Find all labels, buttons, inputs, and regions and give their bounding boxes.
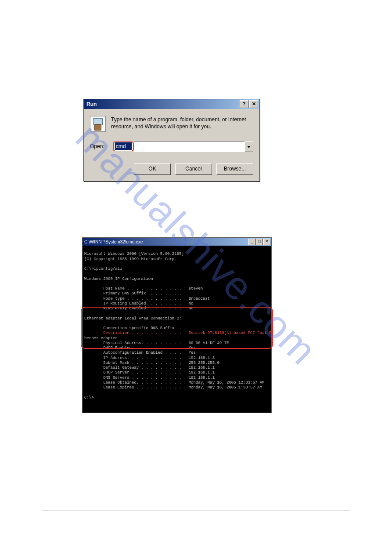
cmd-line: hernet Adapter	[84, 336, 118, 341]
cmd-line: Subnet Mask . . . . . . . . . . . : 255.…	[84, 361, 219, 365]
cmd-title: C:\WINNT\System32\cmd.exe	[84, 239, 143, 244]
open-label: Open:	[90, 143, 108, 149]
footer-divider	[42, 511, 350, 511]
open-input-highlight	[113, 141, 134, 151]
run-title: Run	[86, 101, 97, 107]
open-input[interactable]	[115, 142, 132, 151]
maximize-icon[interactable]: □	[256, 239, 263, 245]
cmd-line: DNS Servers . . . . . . . . . . . : 192.…	[84, 376, 215, 380]
browse-button[interactable]: Browse...	[216, 163, 253, 175]
cmd-line: Default Gateway . . . . . . . . . : 192.…	[84, 366, 215, 370]
cmd-line: C:\>	[84, 395, 94, 400]
cmd-line: Description . . . . . . . . . . . : Real…	[84, 331, 274, 335]
ok-button[interactable]: OK	[134, 163, 171, 175]
open-combo-field[interactable]	[134, 141, 245, 152]
cmd-titlebar: C:\WINNT\System32\cmd.exe _ □ ✕	[83, 238, 271, 246]
cmd-line: Connection-specific DNS Suffix . :	[84, 326, 186, 330]
cmd-line: Node type . . . . . . . . . . . . : Broa…	[84, 297, 210, 301]
cmd-line: DHCP Server . . . . . . . . . . . : 192.…	[84, 370, 215, 375]
run-dialog: Run ? ✕ Type the name of a program, fold…	[83, 99, 260, 181]
cmd-line: WINS Proxy Enabled. . . . . . . . : No	[84, 306, 193, 311]
run-app-icon	[90, 116, 106, 132]
cmd-window: C:\WINNT\System32\cmd.exe _ □ ✕ Microsof…	[82, 237, 272, 413]
cmd-line: Lease Obtained. . . . . . . . . . : Mond…	[84, 381, 264, 385]
cmd-line: Host Name . . . . . . . . . . . . : stev…	[84, 287, 203, 291]
chevron-down-icon[interactable]	[245, 141, 253, 152]
cmd-line: IP Address. . . . . . . . . . . . : 192.…	[84, 356, 215, 360]
cmd-line: DHCP Enabled. . . . . . . . . . . : Yes	[84, 346, 196, 350]
help-icon[interactable]: ?	[240, 100, 248, 108]
run-titlebar: Run ? ✕	[84, 99, 259, 109]
cmd-line: Autoconfiguration Enabled . . . . : Yes	[84, 351, 196, 355]
cmd-line: (C) Copyright 1985-1999 Microsoft Corp.	[84, 257, 177, 261]
cancel-button[interactable]: Cancel	[175, 163, 212, 175]
run-description: Type the name of a program, folder, docu…	[111, 116, 253, 132]
cmd-line: Lease Expires . . . . . . . . . . : Mond…	[84, 385, 262, 390]
cmd-line: Ethernet adapter Local Area Connection 2…	[84, 316, 181, 321]
cmd-output: Microsoft Windows 2000 [Version 5.00.219…	[83, 246, 271, 413]
close-icon[interactable]: ✕	[263, 239, 270, 245]
cmd-line: Primary DNS Suffix . . . . . . . :	[84, 291, 186, 296]
cmd-line: Physical Address. . . . . . . . . : 00-0…	[84, 341, 229, 345]
cmd-line: C:\>ipconfig/all	[84, 267, 122, 271]
cmd-line: Microsoft Windows 2000 [Version 5.00.219…	[84, 252, 184, 256]
close-icon[interactable]: ✕	[249, 100, 258, 108]
cmd-line: Windows 2000 IP Configuration	[84, 277, 153, 281]
cmd-line: IP Routing Enabled. . . . . . . . : No	[84, 301, 193, 306]
minimize-icon[interactable]: _	[248, 239, 255, 245]
